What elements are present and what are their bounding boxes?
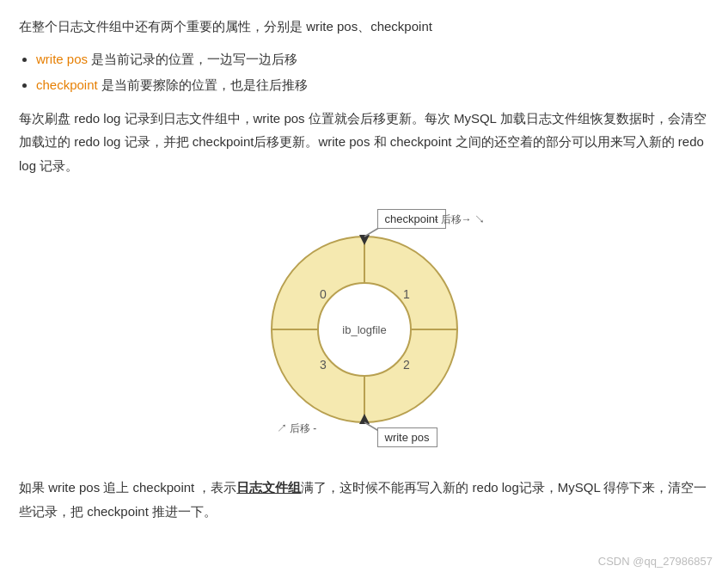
svg-text:ib_logfile: ib_logfile [342,323,386,336]
checkpoint-arrow-label: - 后移→ ↘ [435,212,486,227]
bottom-text1: 如果 write pos 追上 checkpoint ，表示 [19,480,236,495]
svg-point-1 [318,283,411,376]
svg-text:1: 1 [403,287,410,301]
svg-marker-11 [359,414,370,424]
bottom-underline: 日志文件组 [236,480,301,495]
writepos-desc: 是当前记录的位置，一边写一边后移 [88,52,297,66]
diagram-wrapper: 0 1 2 3 ib_logfile checkpoint - 后移→ [218,202,511,452]
svg-text:2: 2 [403,358,410,372]
csdn-watermark: CSDN @qq_27986857 [598,555,713,568]
diagram-section: 0 1 2 3 ib_logfile checkpoint - 后移→ [19,194,709,460]
svg-text:3: 3 [320,358,327,372]
bottom-paragraph: 如果 write pos 追上 checkpoint ，表示日志文件组满了，这时… [19,476,709,524]
redo-log-paragraph: 每次刷盘 redo log 记录到日志文件组中，write pos 位置就会后移… [19,107,709,178]
checkpoint-label: checkpoint [36,77,98,92]
svg-text:0: 0 [320,287,327,301]
writepos-arrow-label: ↗ 后移 - [277,421,317,436]
writepos-box: write pos [377,427,437,447]
checkpoint-desc: 是当前要擦除的位置，也是往后推移 [98,77,308,92]
bullet-item-writepos: write pos 是当前记录的位置，一边写一边后移 [36,46,709,72]
diagram-svg: 0 1 2 3 ib_logfile [218,202,511,452]
svg-point-0 [272,237,457,422]
writepos-label: write pos [36,52,88,66]
bullet-list: write pos 是当前记录的位置，一边写一边后移 checkpoint 是当… [36,46,709,98]
intro-line1: 在整个日志文件组中还有两个重要的属性，分别是 write pos、checkpo… [19,15,709,38]
svg-marker-10 [359,235,370,245]
bullet-item-checkpoint: checkpoint 是当前要擦除的位置，也是往后推移 [36,72,709,98]
